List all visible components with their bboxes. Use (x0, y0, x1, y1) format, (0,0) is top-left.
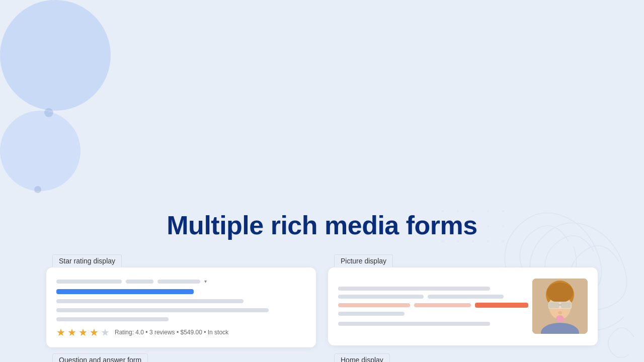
picture-content (338, 279, 588, 336)
content-line-1 (56, 299, 244, 303)
star-rating-label: Star rating display (52, 254, 122, 267)
svg-rect-22 (561, 302, 571, 308)
svg-rect-21 (549, 302, 559, 308)
star-1: ★ (56, 326, 65, 338)
picture-display-card: Picture display (322, 254, 604, 353)
star-2: ★ (67, 326, 76, 338)
page-title: Multiple rich media forms (0, 191, 644, 240)
input-placeholder-3 (157, 280, 200, 284)
star-4: ★ (90, 326, 99, 338)
pic-line-6 (338, 312, 405, 316)
svg-rect-23 (558, 304, 561, 306)
star-rating-card: Star rating display ▾ ★ ★ (40, 254, 322, 353)
pic-line-2 (338, 295, 424, 299)
star-rating-row: ★ ★ ★ ★ ★ Rating: 4.0 • 3 reviews • $549… (56, 326, 306, 338)
star-5: ★ (101, 326, 110, 338)
input-placeholder-1 (56, 280, 122, 284)
pic-line-3 (428, 295, 504, 299)
pic-line-4 (338, 303, 410, 307)
qa-form-label: Question and answer form (52, 353, 148, 362)
pic-line-7 (338, 322, 490, 326)
home-display-label: Home display (334, 353, 390, 362)
svg-point-19 (547, 283, 573, 303)
pic-line-5 (414, 303, 471, 307)
pic-line-1 (338, 287, 490, 291)
progress-bar (56, 289, 194, 294)
svg-point-24 (558, 311, 562, 314)
star-3: ★ (78, 326, 88, 338)
product-photo (532, 279, 588, 334)
home-display-card: Home display https://www.home.com (322, 353, 604, 362)
rating-text: Rating: 4.0 • 3 reviews • $549.00 • In s… (115, 329, 228, 336)
content-line-3 (56, 317, 169, 321)
picture-display-label: Picture display (334, 254, 393, 267)
dropdown-arrow-icon: ▾ (204, 279, 207, 284)
svg-point-25 (556, 315, 564, 322)
input-placeholder-2 (126, 280, 153, 284)
content-line-2 (56, 308, 269, 312)
qa-form-card: Question and answer form Top answer (40, 353, 322, 362)
pic-button (475, 303, 528, 308)
